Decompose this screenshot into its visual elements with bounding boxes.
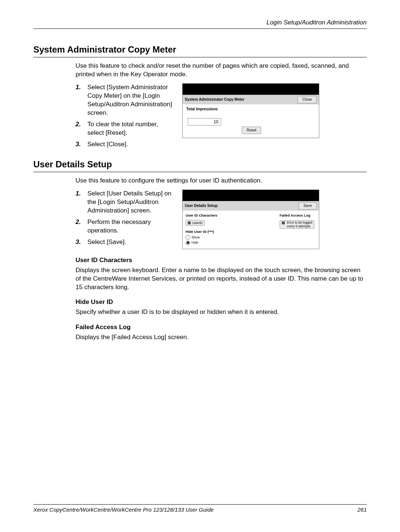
body-uid: Displays the screen keyboard. Enter a na… xyxy=(76,266,367,292)
footer-page-number: 261 xyxy=(357,506,367,513)
total-impressions-label: Total Impressions xyxy=(186,107,315,112)
screenshot-topbar-2 xyxy=(183,190,319,201)
section1-steps: Select [System Administrator Copy Meter]… xyxy=(76,83,176,149)
section2-step-3: Select [Save]. xyxy=(76,238,176,247)
radio-show[interactable]: Show xyxy=(186,235,277,240)
save-button[interactable]: Save xyxy=(299,202,317,210)
hide-userid-label: Hide User ID (***) xyxy=(186,230,277,234)
radio-icon xyxy=(186,235,190,240)
section2-step-1: Select [User Details Setup] on the [Logi… xyxy=(76,190,176,215)
section1-intro: Use this feature to check and/or reset t… xyxy=(76,62,367,79)
radio-hide[interactable]: Hide xyxy=(186,240,277,245)
radio-icon-filled xyxy=(186,241,190,245)
failed-access-text: Error to be logged every 5 attempts xyxy=(286,221,312,228)
total-impressions-field[interactable]: 10 xyxy=(188,118,221,126)
subheading-uid: User ID Characters xyxy=(76,256,367,265)
uid-characters-label: User ID Characters xyxy=(186,213,277,218)
screenshot-topbar xyxy=(183,84,319,95)
section2-heading: User Details Setup xyxy=(33,158,367,172)
section1-step-3: Select [Close]. xyxy=(76,140,176,149)
reset-button[interactable]: Reset xyxy=(242,127,261,134)
screenshot-title: System Administrator Copy Meter xyxy=(185,97,244,102)
radio-show-label: Show xyxy=(191,235,200,240)
section1-heading: System Administrator Copy Meter xyxy=(33,44,367,57)
body-fal: Displays the [Failed Access Log] screen. xyxy=(76,333,367,342)
section1-step-1: Select [System Administrator Copy Meter]… xyxy=(76,83,176,117)
screenshot-title-2: User Details Setup xyxy=(185,203,217,208)
radio-hide-label: Hide xyxy=(191,240,199,245)
footer-guide: Xerox CopyCentre/WorkCentre/WorkCentre P… xyxy=(33,506,214,513)
subheading-fal: Failed Access Log xyxy=(76,323,367,332)
section2-step-2: Perform the necessary operations. xyxy=(76,218,176,235)
screenshot-copy-meter: System Administrator Copy Meter Close To… xyxy=(182,83,319,138)
page-footer: Xerox CopyCentre/WorkCentre/WorkCentre P… xyxy=(33,504,367,513)
square-icon-2 xyxy=(282,221,285,224)
section1-step-2: To clear the total number, select [Reset… xyxy=(76,120,176,137)
breadcrumb: Login Setup/Auditron Administration xyxy=(266,19,367,26)
subheading-hide: Hide User ID xyxy=(76,298,367,307)
square-icon xyxy=(188,221,191,224)
close-button[interactable]: Close xyxy=(297,96,317,103)
userid-button-label: UserID xyxy=(192,221,203,225)
section2-steps: Select [User Details Setup] on the [Logi… xyxy=(76,190,176,247)
section2-intro: Use this feature to configure the settin… xyxy=(76,177,367,185)
screenshot-user-details: User Details Setup Save User ID Characte… xyxy=(182,190,319,249)
body-hide: Specify whether a user ID is to be displ… xyxy=(76,308,367,317)
fal-line2: every 5 attempts xyxy=(287,224,310,228)
failed-access-log-label: Failed Access Log xyxy=(280,213,317,218)
page-header: Login Setup/Auditron Administration xyxy=(33,19,367,29)
failed-access-button[interactable]: Error to be logged every 5 attempts xyxy=(280,220,314,229)
userid-button[interactable]: UserID xyxy=(186,220,205,226)
